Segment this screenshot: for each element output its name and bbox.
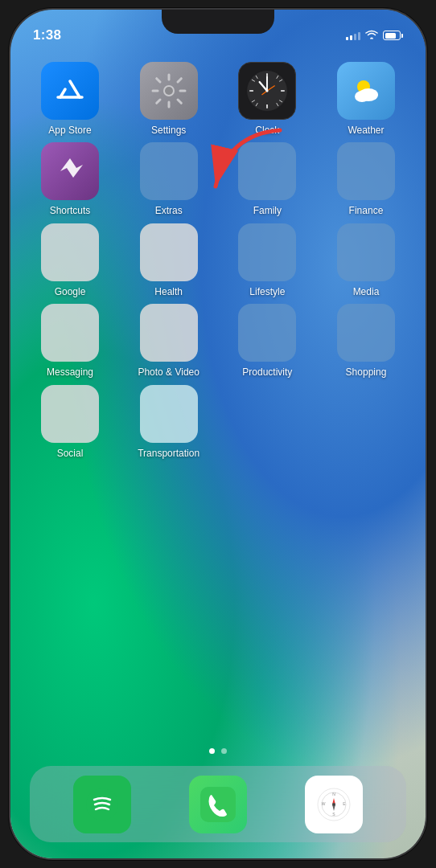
app-productivity[interactable]: Productivity bbox=[227, 304, 307, 378]
battery-icon bbox=[383, 31, 403, 40]
lifestyle-icon bbox=[238, 223, 296, 281]
app-settings[interactable]: Settings bbox=[129, 62, 209, 136]
page-dot-1 bbox=[209, 748, 215, 754]
app-row-2: Shortcuts Extras bbox=[27, 142, 409, 216]
appstore-icon bbox=[41, 62, 99, 120]
app-shortcuts[interactable]: Shortcuts bbox=[30, 142, 110, 216]
home-content: App Store Settings bbox=[10, 54, 426, 762]
finance-label: Finance bbox=[349, 205, 384, 216]
wifi-icon bbox=[365, 30, 378, 42]
weather-label: Weather bbox=[348, 125, 384, 136]
app-google[interactable]: Google bbox=[30, 223, 110, 297]
app-messaging[interactable]: Messaging bbox=[30, 304, 110, 378]
safari-icon: N S E W bbox=[305, 776, 363, 833]
svg-text:N: N bbox=[332, 792, 335, 796]
media-icon bbox=[337, 223, 395, 281]
svg-point-26 bbox=[86, 788, 118, 821]
productivity-icon bbox=[238, 304, 296, 362]
clock-label: Clock bbox=[255, 125, 279, 136]
extras-icon bbox=[140, 142, 198, 200]
spotify-icon bbox=[73, 776, 131, 833]
svg-point-20 bbox=[266, 89, 269, 92]
page-dots bbox=[209, 748, 227, 754]
app-row-3: Google Health bbox=[27, 223, 409, 297]
social-label: Social bbox=[57, 448, 84, 459]
app-social[interactable]: Social bbox=[30, 385, 110, 459]
app-row-1: App Store Settings bbox=[27, 62, 409, 136]
shopping-icon bbox=[337, 304, 395, 362]
photovideo-icon bbox=[140, 304, 198, 362]
appstore-label: App Store bbox=[48, 125, 91, 136]
health-icon bbox=[140, 223, 198, 281]
google-icon bbox=[41, 223, 99, 281]
phone-frame: 1:38 bbox=[9, 8, 427, 860]
clock-icon bbox=[238, 62, 296, 120]
productivity-label: Productivity bbox=[242, 366, 292, 378]
photovideo-label: Photo & Video bbox=[138, 366, 199, 378]
settings-icon bbox=[140, 62, 198, 120]
app-weather[interactable]: Weather bbox=[326, 62, 406, 136]
app-transportation[interactable]: Transportation bbox=[129, 385, 209, 459]
svg-point-23 bbox=[355, 91, 369, 102]
app-row-4: Messaging Photo & Video bbox=[27, 304, 409, 378]
app-finance[interactable]: Finance bbox=[326, 142, 406, 216]
app-lifestyle[interactable]: Lifestyle bbox=[227, 223, 307, 297]
app-photovideo[interactable]: Photo & Video bbox=[129, 304, 209, 378]
app-extras[interactable]: Extras bbox=[129, 142, 209, 216]
notch bbox=[162, 10, 274, 34]
status-time: 1:38 bbox=[33, 27, 61, 43]
messaging-icon bbox=[41, 304, 99, 362]
shopping-label: Shopping bbox=[346, 366, 387, 378]
signal-icon bbox=[346, 31, 360, 40]
app-media[interactable]: Media bbox=[326, 223, 406, 297]
app-shopping[interactable]: Shopping bbox=[326, 304, 406, 378]
health-label: Health bbox=[154, 286, 183, 297]
app-health[interactable]: Health bbox=[129, 223, 209, 297]
lifestyle-label: Lifestyle bbox=[249, 286, 285, 297]
svg-point-37 bbox=[332, 803, 335, 806]
shortcuts-icon bbox=[41, 142, 99, 200]
messaging-label: Messaging bbox=[47, 366, 93, 378]
svg-rect-27 bbox=[200, 787, 236, 822]
media-label: Media bbox=[353, 286, 380, 297]
app-clock[interactable]: Clock bbox=[227, 62, 307, 136]
svg-text:W: W bbox=[322, 801, 326, 806]
settings-label: Settings bbox=[151, 125, 186, 136]
dock-safari[interactable]: N S E W bbox=[305, 776, 363, 833]
app-family[interactable]: Family bbox=[227, 142, 307, 216]
status-icons bbox=[346, 30, 403, 42]
shortcuts-label: Shortcuts bbox=[50, 205, 91, 216]
extras-label: Extras bbox=[155, 205, 183, 216]
svg-point-1 bbox=[165, 87, 173, 95]
finance-icon bbox=[337, 142, 395, 200]
svg-marker-24 bbox=[60, 158, 83, 178]
family-label: Family bbox=[253, 205, 282, 216]
phone-icon bbox=[189, 776, 247, 833]
google-label: Google bbox=[55, 286, 86, 297]
dock: N S E W bbox=[30, 766, 406, 842]
page-dot-2 bbox=[221, 748, 227, 754]
dock-phone[interactable] bbox=[189, 776, 247, 833]
app-appstore[interactable]: App Store bbox=[30, 62, 110, 136]
transportation-icon bbox=[140, 385, 198, 443]
social-icon bbox=[41, 385, 99, 443]
weather-icon bbox=[337, 62, 395, 120]
dock-spotify[interactable] bbox=[73, 776, 131, 833]
app-row-5: Social Transportation bbox=[27, 385, 409, 459]
transportation-label: Transportation bbox=[138, 448, 199, 459]
family-icon bbox=[238, 142, 296, 200]
